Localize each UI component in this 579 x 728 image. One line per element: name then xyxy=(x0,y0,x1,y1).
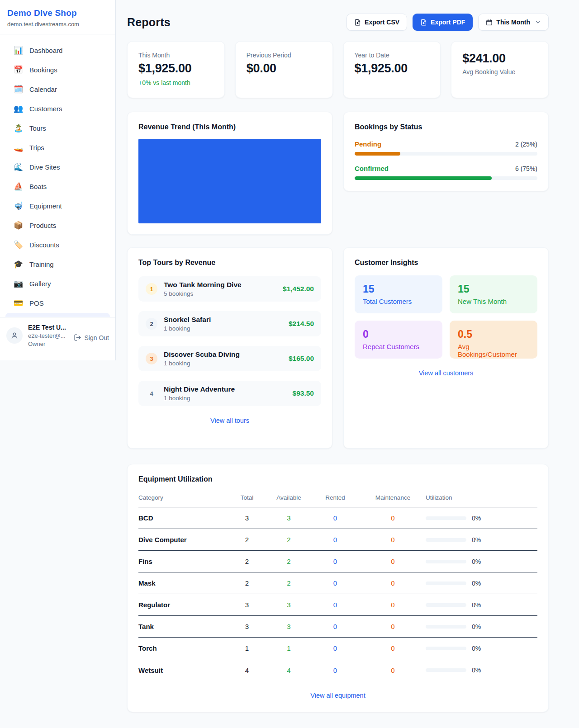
table-row: Fins 2 2 0 0 0% xyxy=(138,551,537,572)
cell-utilization: 0% xyxy=(472,623,481,630)
sidebar-item-calendar[interactable]: 🗓️Calendar xyxy=(5,80,110,99)
person-icon xyxy=(10,331,19,340)
tile-new-this-month: 15 New This Month xyxy=(450,275,537,313)
status-label: Confirmed xyxy=(355,165,389,172)
view-all-customers-link[interactable]: View all customers xyxy=(355,369,537,377)
sidebar-item-label: Tours xyxy=(29,124,46,132)
cell-maintenance: 0 xyxy=(360,601,426,609)
shop-name: Demo Dive Shop xyxy=(7,8,108,18)
export-csv-label: Export CSV xyxy=(365,19,399,26)
cell-maintenance: 0 xyxy=(360,558,426,565)
people-icon: 👥 xyxy=(14,104,23,113)
sidebar-item-customers[interactable]: 👥Customers xyxy=(5,99,110,118)
col-total: Total xyxy=(227,494,267,501)
credit-card-icon: 💳 xyxy=(14,298,23,308)
cell-category: Fins xyxy=(138,558,227,565)
cell-available: 4 xyxy=(267,667,310,674)
period-label: This Month xyxy=(496,19,530,26)
sailboat-icon: ⛵ xyxy=(14,182,23,191)
cell-utilization: 0% xyxy=(472,645,481,652)
tour-amount: $165.00 xyxy=(289,355,314,363)
view-all-tours-link[interactable]: View all tours xyxy=(138,417,321,424)
sidebar-item-gallery[interactable]: 📷Gallery xyxy=(5,274,110,293)
sign-out-button[interactable]: Sign Out xyxy=(74,334,109,341)
island-icon: 🏝️ xyxy=(14,123,23,133)
progress-track xyxy=(355,176,537,180)
tile-value: 15 xyxy=(363,283,434,295)
tour-amount: $93.50 xyxy=(293,389,314,397)
page-header: Reports Export CSV Export PDF This Month xyxy=(127,14,549,31)
sidebar-item-bookings[interactable]: 📅Bookings xyxy=(5,60,110,80)
stat-label: Previous Period xyxy=(247,52,322,59)
tile-label: New This Month xyxy=(458,298,529,305)
table-row: BCD 3 3 0 0 0% xyxy=(138,507,537,529)
rank-badge: 4 xyxy=(146,388,157,399)
avatar xyxy=(6,327,23,344)
tour-row[interactable]: 2 Snorkel Safari 1 booking $214.50 xyxy=(138,311,321,336)
rank-badge: 3 xyxy=(146,353,157,364)
sidebar-item-boats[interactable]: ⛵Boats xyxy=(5,177,110,196)
cell-maintenance: 0 xyxy=(360,644,426,652)
period-dropdown[interactable]: This Month xyxy=(478,14,549,31)
tour-bookings: 1 booking xyxy=(164,360,282,367)
page-title: Reports xyxy=(127,16,171,29)
cell-maintenance: 0 xyxy=(360,536,426,544)
sidebar-item-trips[interactable]: 🚤Trips xyxy=(5,138,110,157)
view-all-equipment-link[interactable]: View all equipment xyxy=(138,692,537,699)
speedboat-icon: 🚤 xyxy=(14,143,23,152)
sidebar-item-reports-active-partial[interactable] xyxy=(5,313,110,317)
stat-value: $0.00 xyxy=(247,61,322,76)
cell-available: 3 xyxy=(267,601,310,609)
tour-amount: $214.50 xyxy=(289,320,314,328)
user-role: Owner xyxy=(28,340,68,347)
status-row-confirmed: Confirmed 6 (75%) xyxy=(355,165,537,180)
cell-available: 2 xyxy=(267,579,310,587)
top-tours-card: Top Tours by Revenue 1 Two Tank Morning … xyxy=(127,247,332,449)
sidebar-item-dashboard[interactable]: 📊Dashboard xyxy=(5,41,110,60)
sidebar-item-label: Trips xyxy=(29,144,44,151)
customer-insights-card: Customer Insights 15 Total Customers 15 … xyxy=(343,247,549,449)
table-row: Wetsuit 4 4 0 0 0% xyxy=(138,659,537,681)
export-csv-button[interactable]: Export CSV xyxy=(346,14,407,31)
shop-domain: demo.test.divestreams.com xyxy=(7,21,108,28)
table-row: Mask 2 2 0 0 0% xyxy=(138,572,537,594)
user-info: E2E Test U... e2e-tester@... Owner xyxy=(28,324,68,347)
stat-card-this-month: This Month $1,925.00 +0% vs last month xyxy=(127,41,225,98)
col-rented: Rented xyxy=(310,494,360,501)
revenue-trend-title: Revenue Trend (This Month) xyxy=(138,123,321,131)
wave-icon: 🌊 xyxy=(14,162,23,172)
cell-category: Regulator xyxy=(138,601,227,609)
progress-fill-pending xyxy=(355,152,400,156)
cell-utilization: 0% xyxy=(472,536,481,544)
cell-maintenance: 0 xyxy=(360,579,426,587)
cell-utilization: 0% xyxy=(472,601,481,609)
table-row: Tank 3 3 0 0 0% xyxy=(138,616,537,638)
sidebar-item-products[interactable]: 📦Products xyxy=(5,216,110,235)
stat-label: Avg Booking Value xyxy=(462,68,537,76)
sidebar-header: Demo Dive Shop demo.test.divestreams.com xyxy=(0,0,115,34)
cell-available: 3 xyxy=(267,514,310,522)
cell-total: 3 xyxy=(227,514,267,522)
sidebar-item-discounts[interactable]: 🏷️Discounts xyxy=(5,235,110,255)
cell-utilization: 0% xyxy=(472,515,481,522)
sidebar-item-pos[interactable]: 💳POS xyxy=(5,293,110,313)
bookings-by-status-title: Bookings by Status xyxy=(355,123,537,131)
sidebar-item-equipment[interactable]: 🤿Equipment xyxy=(5,196,110,216)
stat-label: Year to Date xyxy=(355,52,430,59)
spiral-calendar-icon: 🗓️ xyxy=(14,85,23,94)
cell-utilization: 0% xyxy=(472,580,481,587)
export-pdf-button[interactable]: Export PDF xyxy=(413,14,473,31)
sidebar-item-tours[interactable]: 🏝️Tours xyxy=(5,118,110,138)
rank-badge: 2 xyxy=(146,318,157,330)
row-tours-insights: Top Tours by Revenue 1 Two Tank Morning … xyxy=(127,247,549,449)
tour-row[interactable]: 3 Discover Scuba Diving 1 booking $165.0… xyxy=(138,346,321,371)
tour-row[interactable]: 1 Two Tank Morning Dive 5 bookings $1,45… xyxy=(138,276,321,302)
row-revenue-status: Revenue Trend (This Month) Bookings by S… xyxy=(127,112,549,235)
tile-label: Repeat Customers xyxy=(363,343,434,350)
tour-row[interactable]: 4 Night Dive Adventure 1 booking $93.50 xyxy=(138,381,321,406)
sidebar-item-training[interactable]: 🎓Training xyxy=(5,255,110,274)
graduation-cap-icon: 🎓 xyxy=(14,260,23,269)
sidebar-item-dive-sites[interactable]: 🌊Dive Sites xyxy=(5,157,110,177)
tour-amount: $1,452.00 xyxy=(283,285,314,293)
sidebar-item-label: Dashboard xyxy=(29,47,62,54)
